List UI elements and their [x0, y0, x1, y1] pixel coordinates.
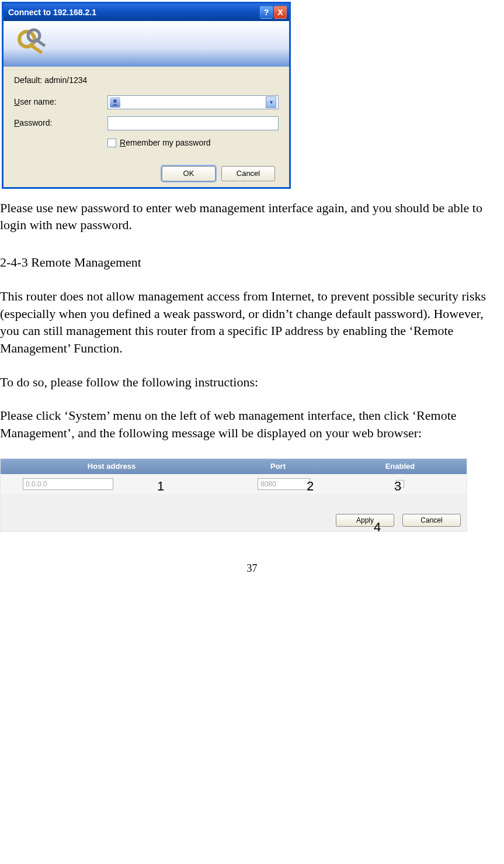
port-input[interactable]: 8080 — [258, 478, 310, 490]
dialog-banner — [4, 21, 289, 67]
callout-2: 2 — [307, 478, 314, 495]
rm-cancel-button[interactable]: Cancel — [402, 514, 461, 527]
dialog-title: Connect to 192.168.2.1 — [8, 7, 96, 18]
host-address-input[interactable]: 0.0.0.0 — [23, 478, 113, 490]
username-combo[interactable]: ▾ — [107, 95, 279, 109]
callout-3: 3 — [394, 478, 401, 495]
svg-point-4 — [113, 99, 117, 103]
apply-button[interactable]: Apply — [336, 514, 394, 527]
col-enabled: Enabled — [333, 461, 467, 472]
chevron-down-icon[interactable]: ▾ — [266, 96, 276, 108]
connect-dialog: Connect to 192.168.2.1 ? X Default: admi… — [2, 2, 291, 189]
help-button[interactable]: ? — [260, 6, 273, 19]
remote-management-panel: Host address Port Enabled 0.0.0.0 8080 A… — [0, 458, 467, 532]
username-label: User name: — [14, 96, 107, 108]
close-button[interactable]: X — [274, 6, 287, 19]
credentials-hint: Default: admin/1234 — [14, 75, 279, 86]
section-heading: 2-4-3 Remote Management — [0, 254, 504, 271]
rm-table-header: Host address Port Enabled — [1, 459, 467, 474]
paragraph: To do so, please follow the following in… — [0, 374, 504, 391]
remember-checkbox[interactable] — [107, 139, 116, 147]
dialog-titlebar: Connect to 192.168.2.1 ? X — [4, 4, 289, 21]
col-host: Host address — [1, 461, 223, 472]
remember-label: Remember my password — [120, 137, 211, 148]
page-number: 37 — [0, 561, 504, 575]
paragraph: This router does not allow management ac… — [0, 288, 504, 357]
cancel-button[interactable]: Cancel — [221, 166, 275, 181]
password-label: Password: — [14, 117, 107, 129]
callout-1: 1 — [157, 478, 164, 495]
password-input[interactable] — [107, 116, 279, 130]
callout-4: 4 — [374, 519, 381, 536]
ok-button[interactable]: OK — [162, 166, 215, 181]
paragraph: Please click ‘System’ menu on the left o… — [0, 407, 504, 441]
user-icon — [110, 97, 120, 108]
col-port: Port — [223, 461, 333, 472]
keys-icon — [14, 26, 49, 64]
paragraph: Please use new password to enter web man… — [0, 199, 504, 234]
